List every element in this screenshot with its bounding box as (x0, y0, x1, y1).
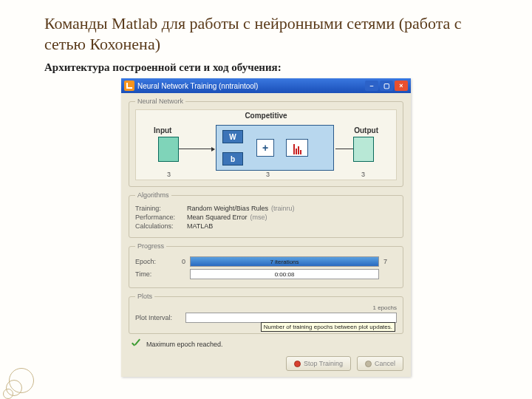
maximize-button[interactable]: ▢ (380, 81, 393, 91)
cancel-icon (365, 361, 372, 367)
weight-box: W (222, 130, 243, 143)
algorithms-group: Algorithms Training:Random Weight/Bias R… (129, 191, 403, 238)
epochs-label: 1 epochs (135, 304, 397, 311)
input-box (158, 137, 179, 162)
plots-group: Plots 1 epochs Plot Interval: Number of … (129, 293, 403, 334)
interval-key: Plot Interval: (135, 314, 180, 321)
perf-fn: (mse) (250, 214, 267, 221)
size-layer: 3 (266, 171, 270, 178)
bias-box: b (222, 152, 243, 166)
layer-box: W b + (216, 125, 334, 171)
alg-legend: Algorithms (135, 191, 171, 199)
epoch-text: 7 iterations (191, 257, 378, 267)
calc-val: MATLAB (187, 222, 213, 230)
input-label: Input (154, 126, 171, 134)
output-box (353, 137, 374, 162)
tooltip: Number of training epochs between plot u… (261, 322, 395, 332)
check-icon (130, 338, 142, 350)
neural-network-group: Neural Network Competitive Input Output … (129, 98, 403, 187)
nn-legend: Neural Network (135, 98, 185, 105)
training-fn: (trainru) (271, 205, 295, 212)
slide-decoration (0, 362, 44, 399)
stop-training-button[interactable]: Stop Training (286, 356, 351, 371)
progress-group: Progress Epoch: 0 7 iterations 7 Time: 0… (129, 242, 403, 288)
perf-val: Mean Squared Error (187, 214, 248, 221)
training-val: Random Weight/Bias Rules (187, 205, 268, 212)
network-diagram: Competitive Input Output W b + (135, 109, 397, 180)
slide-subtitle: Архитектура построенной сети и ход обуче… (44, 61, 488, 74)
stop-icon (294, 361, 301, 367)
arrow-icon (179, 149, 214, 149)
training-key: Training: (135, 205, 187, 212)
time-text: 0:00:08 (191, 270, 378, 280)
time-key: Time: (135, 270, 171, 278)
titlebar[interactable]: Neural Network Training (nntraintool) – … (121, 78, 411, 93)
cancel-button[interactable]: Cancel (357, 356, 403, 371)
window-title: Neural Network Training (nntraintool) (137, 82, 364, 90)
matlab-icon (124, 81, 134, 91)
status-row: Maximum epoch reached. (130, 338, 403, 350)
perf-key: Performance: (135, 214, 187, 221)
size-out: 3 (361, 171, 365, 178)
plots-legend: Plots (135, 293, 154, 300)
close-button[interactable]: × (395, 81, 408, 91)
epoch-key: Epoch: (135, 258, 171, 265)
calc-key: Calculations: (135, 222, 187, 230)
time-progress: 0:00:08 (190, 269, 379, 279)
output-label: Output (354, 126, 378, 134)
epoch-lo: 0 (175, 258, 185, 265)
nntraintool-window: Neural Network Training (nntraintool) – … (121, 78, 411, 377)
status-text: Maximum epoch reached. (146, 341, 223, 348)
competitive-label: Competitive (245, 112, 287, 120)
epoch-hi: 7 (383, 258, 397, 265)
size-in: 3 (167, 171, 171, 178)
epoch-progress: 7 iterations (190, 256, 379, 267)
prog-legend: Progress (135, 242, 166, 250)
minimize-button[interactable]: – (365, 81, 378, 91)
plot-interval-slider[interactable] (185, 313, 397, 323)
sum-box: + (256, 139, 274, 157)
transfer-fn-icon (286, 139, 308, 157)
slide-title: Команды Matlab для работы с нейронными с… (44, 13, 488, 54)
